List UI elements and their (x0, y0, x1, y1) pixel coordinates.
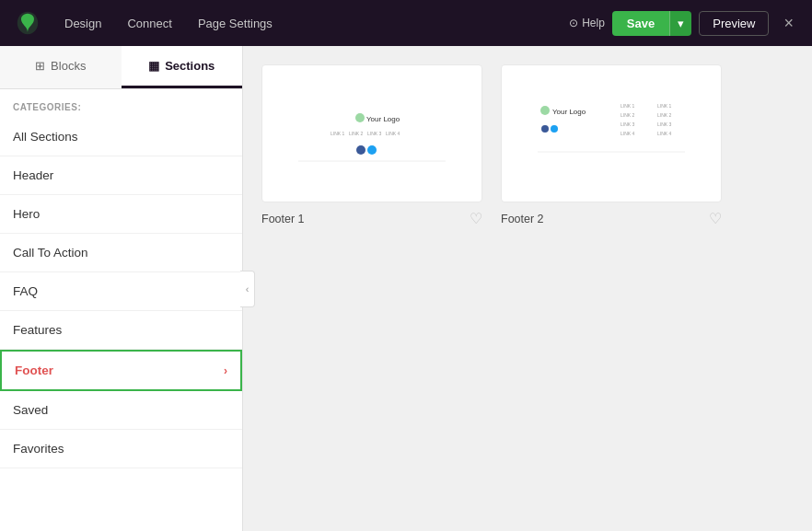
card-label-footer-2: Footer 2 (501, 213, 544, 225)
topbar-right: ⊙ Help Save ▾ Preview × (569, 10, 801, 37)
svg-text:LINK 1: LINK 1 (657, 103, 672, 109)
svg-point-1 (355, 113, 365, 122)
blocks-icon: ⊞ (35, 59, 45, 73)
card-footer-1: Your Logo LINK 1 LINK 2 LINK 3 LINK 4 (261, 64, 482, 227)
nav-list: All Sections Header Hero Call To Action … (0, 118, 242, 531)
sidebar-item-features[interactable]: Features (0, 311, 242, 350)
nav-item-label: Hero (13, 207, 40, 221)
help-button[interactable]: ⊙ Help (569, 17, 605, 29)
svg-point-13 (541, 125, 549, 133)
svg-text:LINK 1: LINK 1 (621, 103, 635, 109)
nav-item-label: Favorites (13, 442, 64, 456)
app-logo (11, 6, 44, 40)
help-label: Help (582, 17, 605, 29)
sidebar: ⊞ Blocks ▦ Sections CATEGORIES: All Sect… (0, 46, 243, 531)
sidebar-item-saved[interactable]: Saved (0, 391, 242, 430)
nav-item-label: Saved (13, 403, 48, 417)
collapse-icon: ‹ (246, 283, 249, 294)
card-heart-footer-1[interactable]: ♡ (470, 210, 482, 227)
svg-point-14 (551, 125, 558, 133)
categories-label: CATEGORIES: (0, 89, 242, 118)
svg-text:LINK 1: LINK 1 (331, 131, 345, 136)
main-layout: ⊞ Blocks ▦ Sections CATEGORIES: All Sect… (0, 46, 812, 531)
svg-point-8 (367, 145, 377, 155)
card-preview-footer-2[interactable]: Your Logo LINK 1 LINK 2 LINK 3 LINK 4 LI… (501, 64, 722, 202)
svg-text:Your Logo: Your Logo (552, 108, 586, 116)
save-dropdown-button[interactable]: ▾ (669, 11, 691, 36)
sidebar-collapse-handle[interactable]: ‹ (240, 271, 255, 307)
tab-blocks-label: Blocks (51, 59, 86, 73)
card-heart-footer-2[interactable]: ♡ (709, 210, 722, 227)
nav-item-label: Call To Action (13, 246, 88, 260)
nav-design[interactable]: Design (53, 11, 112, 36)
sidebar-item-footer[interactable]: Footer › (0, 350, 242, 391)
sidebar-item-all-sections[interactable]: All Sections (0, 118, 242, 156)
svg-text:Your Logo: Your Logo (366, 115, 400, 123)
svg-text:LINK 4: LINK 4 (657, 131, 672, 136)
svg-text:LINK 2: LINK 2 (349, 131, 364, 136)
nav-page-settings[interactable]: Page Settings (187, 11, 284, 36)
card-label-footer-1: Footer 1 (261, 213, 305, 225)
save-button-group: Save ▾ (612, 11, 691, 36)
sidebar-item-header[interactable]: Header (0, 156, 242, 195)
svg-text:LINK 3: LINK 3 (621, 121, 635, 127)
sidebar-item-hero[interactable]: Hero (0, 195, 242, 234)
topbar: Design Connect Page Settings ⊙ Help Save… (0, 0, 812, 46)
svg-text:LINK 3: LINK 3 (367, 131, 382, 136)
nav-connect[interactable]: Connect (116, 11, 182, 36)
card-footer-bar-1: Footer 1 ♡ (261, 210, 482, 227)
svg-text:LINK 4: LINK 4 (621, 131, 635, 136)
card-footer-2: Your Logo LINK 1 LINK 2 LINK 3 LINK 4 LI… (501, 64, 722, 227)
help-icon: ⊙ (569, 17, 578, 29)
close-button[interactable]: × (776, 10, 801, 37)
nav-item-label: Header (13, 168, 53, 182)
sidebar-item-faq[interactable]: FAQ (0, 272, 242, 311)
card-preview-footer-1[interactable]: Your Logo LINK 1 LINK 2 LINK 3 LINK 4 (261, 64, 482, 202)
svg-text:LINK 2: LINK 2 (657, 112, 672, 118)
svg-rect-10 (519, 78, 703, 189)
svg-text:LINK 4: LINK 4 (386, 131, 400, 136)
tab-sections[interactable]: ▦ Sections (122, 46, 243, 88)
tab-sections-label: Sections (165, 59, 215, 73)
topbar-nav: Design Connect Page Settings (53, 11, 569, 36)
preview-button[interactable]: Preview (699, 11, 769, 36)
cards-grid: Your Logo LINK 1 LINK 2 LINK 3 LINK 4 (261, 64, 794, 227)
svg-point-11 (540, 106, 550, 115)
chevron-right-icon: › (224, 364, 227, 377)
card-footer-bar-2: Footer 2 ♡ (501, 210, 722, 227)
nav-item-label: Footer (15, 364, 53, 377)
sidebar-item-call-to-action[interactable]: Call To Action (0, 234, 242, 272)
save-button[interactable]: Save (612, 11, 669, 36)
sections-icon: ▦ (148, 59, 159, 73)
svg-text:LINK 3: LINK 3 (657, 121, 672, 127)
sidebar-item-favorites[interactable]: Favorites (0, 430, 242, 468)
svg-point-7 (356, 145, 365, 155)
nav-item-label: All Sections (13, 130, 78, 144)
svg-text:LINK 2: LINK 2 (621, 112, 635, 118)
nav-item-label: FAQ (13, 284, 38, 298)
sidebar-tabs: ⊞ Blocks ▦ Sections (0, 46, 242, 89)
tab-blocks[interactable]: ⊞ Blocks (0, 46, 122, 88)
content-area: Your Logo LINK 1 LINK 2 LINK 3 LINK 4 (243, 46, 812, 531)
nav-item-label: Features (13, 323, 62, 337)
